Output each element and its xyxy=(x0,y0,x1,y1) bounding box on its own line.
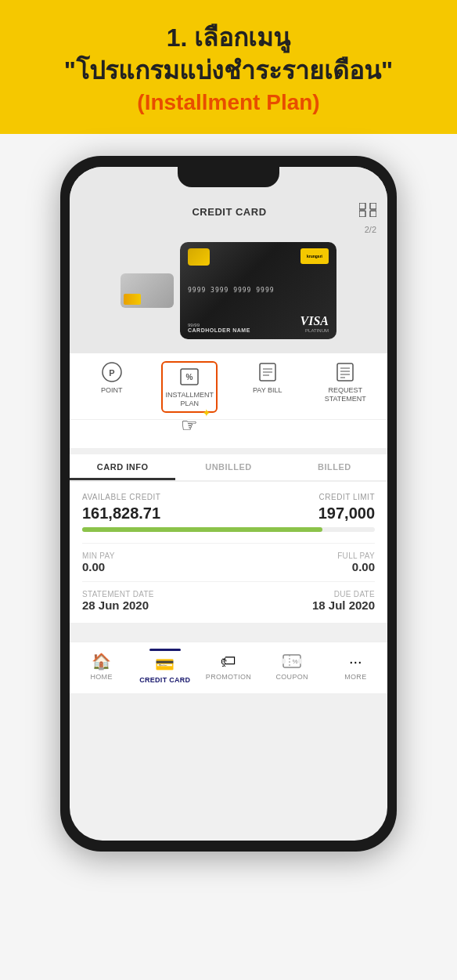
expand-icon[interactable] xyxy=(359,203,376,220)
svg-rect-3 xyxy=(370,211,376,217)
available-credit-value: 161,828.71 xyxy=(82,504,160,523)
phone-notch xyxy=(178,167,279,187)
min-pay-label: MIN PAY xyxy=(82,551,115,560)
svg-text:%: % xyxy=(293,658,298,665)
visa-logo: VISA xyxy=(300,314,329,328)
tab-point[interactable]: P POINT xyxy=(84,361,140,413)
more-icon: ··· xyxy=(344,651,366,671)
card-top-row: krungsri xyxy=(188,248,329,266)
credit-bar-fill xyxy=(82,527,322,532)
cursor-hand-icon: ☞ xyxy=(181,414,198,436)
point-icon: P xyxy=(101,361,123,383)
credit-limit-value: 197,000 xyxy=(318,504,375,523)
nav-more-label: MORE xyxy=(344,673,366,681)
card-bottom: 99/99 CARDHOLDER NAME VISA PLATINUM xyxy=(188,314,329,333)
credit-bar-container xyxy=(82,527,375,532)
tab-paybill-label: PAY BILL xyxy=(253,386,282,395)
header-title-line1: 1. เลือกเมนู "โปรแกรมแบ่งชำระรายเดือน" xyxy=(23,22,434,87)
sparkle-icon: ✦ xyxy=(202,407,211,419)
coupon-icon: % xyxy=(281,651,303,671)
date-row: STATEMENT DATE 28 Jun 2020 DUE DATE 18 J… xyxy=(82,590,375,612)
card-counter: 2/2 xyxy=(81,225,376,234)
promotion-icon: 🏷 xyxy=(218,651,239,671)
bottom-nav: 🏠 HOME 💳 CREDIT CARD 🏷 PROMOTION xyxy=(70,642,387,693)
card-main[interactable]: krungsri 9999 3999 9999 9999 99/99 CARDH… xyxy=(180,242,336,339)
nav-home-label: HOME xyxy=(90,673,112,681)
phone-frame: CREDIT CARD 2/2 xyxy=(60,156,397,852)
tab-unbilled[interactable]: UNBILLED xyxy=(175,454,281,480)
svg-rect-1 xyxy=(370,203,376,209)
nav-active-bar xyxy=(149,649,181,651)
svg-rect-0 xyxy=(359,203,365,209)
statement-date-col: STATEMENT DATE 28 Jun 2020 xyxy=(82,590,154,612)
nav-promotion-label: PROMOTION xyxy=(206,673,251,681)
home-icon: 🏠 xyxy=(91,651,113,671)
card-section-title: CREDIT CARD xyxy=(99,206,359,218)
nav-home[interactable]: 🏠 HOME xyxy=(74,651,130,681)
credit-value-row: 161,828.71 197,000 xyxy=(82,504,375,523)
divider-1 xyxy=(82,543,375,544)
card-info-content: AVAILABLE CREDIT CREDIT LIMIT 161,828.71… xyxy=(70,482,387,623)
card-holder-block: 99/99 CARDHOLDER NAME xyxy=(188,323,250,333)
full-pay-col: FULL PAY 0.00 xyxy=(337,551,375,573)
header-banner: 1. เลือกเมนู "โปรแกรมแบ่งชำระรายเดือน" (… xyxy=(0,0,457,134)
spacer xyxy=(70,623,387,642)
phone-screen: CREDIT CARD 2/2 xyxy=(70,167,387,841)
card-info-tabs: CARD INFO UNBILLED BILLED xyxy=(70,454,387,482)
nav-creditcard[interactable]: 💳 CREDIT CARD xyxy=(137,649,193,684)
nav-coupon-label: COUPON xyxy=(276,673,308,681)
tab-installment-label: INSTALLMENT PLAN xyxy=(166,391,214,408)
svg-point-18 xyxy=(282,659,286,664)
pay-row: MIN PAY 0.00 FULL PAY 0.00 xyxy=(82,551,375,573)
card-section: CREDIT CARD 2/2 xyxy=(70,195,387,353)
svg-rect-2 xyxy=(359,211,365,217)
card-chip xyxy=(188,248,210,266)
card-number: 9999 3999 9999 9999 xyxy=(188,287,329,294)
available-credit-label: AVAILABLE CREDIT xyxy=(82,493,160,501)
due-date-col: DUE DATE 18 Jul 2020 xyxy=(312,590,375,612)
nav-promotion[interactable]: 🏷 PROMOTION xyxy=(200,651,257,681)
svg-text:%: % xyxy=(186,373,193,382)
credit-header-row: AVAILABLE CREDIT CREDIT LIMIT xyxy=(82,493,375,501)
card-thumbnail-small[interactable] xyxy=(121,273,174,308)
visa-block: VISA PLATINUM xyxy=(300,314,329,333)
statement-date-value: 28 Jun 2020 xyxy=(82,598,154,612)
card-small-logo xyxy=(124,294,141,305)
svg-point-19 xyxy=(298,659,302,664)
nav-creditcard-label: CREDIT CARD xyxy=(139,676,190,684)
min-pay-value: 0.00 xyxy=(82,560,115,573)
tab-paybill[interactable]: PAY BILL xyxy=(239,361,296,413)
due-date-label: DUE DATE xyxy=(334,590,375,598)
statement-date-label: STATEMENT DATE xyxy=(82,590,154,598)
statement-icon xyxy=(334,361,356,383)
tab-statement-label: REQUEST STATEMENT xyxy=(325,386,366,403)
menu-tabs: P POINT % INSTALLMENT PLAN ✦ ☞ xyxy=(70,353,387,420)
svg-rect-12 xyxy=(337,363,353,381)
installment-icon: % xyxy=(178,366,200,388)
full-pay-label: FULL PAY xyxy=(337,551,375,560)
bank-logo: krungsri xyxy=(300,248,329,264)
min-pay-col: MIN PAY 0.00 xyxy=(82,551,115,573)
credit-limit-label: CREDIT LIMIT xyxy=(319,493,375,501)
tab-billed[interactable]: BILLED xyxy=(282,454,387,480)
visa-sub: PLATINUM xyxy=(300,328,329,333)
card-holder-name: CARDHOLDER NAME xyxy=(188,327,250,333)
nav-more[interactable]: ··· MORE xyxy=(327,651,383,681)
creditcard-icon: 💳 xyxy=(154,654,176,674)
card-carousel: krungsri 9999 3999 9999 9999 99/99 CARDH… xyxy=(81,239,376,342)
card-section-header: CREDIT CARD xyxy=(81,203,376,220)
tab-point-label: POINT xyxy=(101,386,123,395)
due-date-value: 18 Jul 2020 xyxy=(312,598,375,612)
divider-2 xyxy=(82,581,375,582)
paybill-icon xyxy=(257,361,279,383)
tab-installment[interactable]: % INSTALLMENT PLAN ✦ ☞ xyxy=(161,361,218,413)
tab-card-info[interactable]: CARD INFO xyxy=(70,454,175,480)
header-subtitle: (Installment Plan) xyxy=(23,90,434,115)
nav-coupon[interactable]: % COUPON xyxy=(264,651,320,681)
full-pay-value: 0.00 xyxy=(352,560,375,573)
tab-statement[interactable]: REQUEST STATEMENT xyxy=(317,361,373,413)
svg-text:P: P xyxy=(109,368,114,378)
